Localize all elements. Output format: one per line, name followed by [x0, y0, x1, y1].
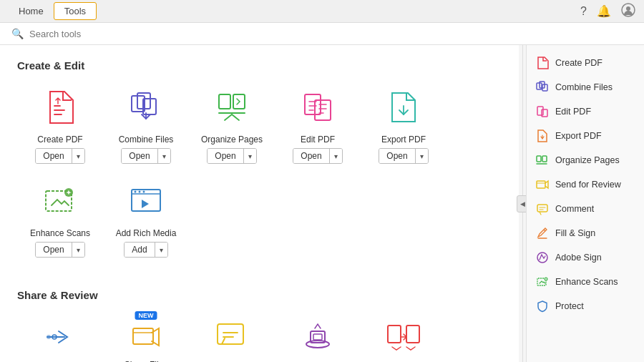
- sidebar-label-edit-pdf: Edit PDF: [555, 107, 591, 117]
- sidebar-label-comment: Comment: [555, 204, 594, 214]
- sidebar-enhance-scans-icon: [535, 275, 550, 289]
- tool-item-create-pdf: Create PDF Open ▾: [17, 84, 103, 164]
- tab-home[interactable]: Home: [9, 2, 54, 20]
- sidebar-edit-pdf-icon: [535, 104, 550, 119]
- combine-files-icon: [123, 84, 169, 130]
- svg-rect-30: [542, 156, 547, 162]
- search-icon: 🔍: [11, 28, 24, 39]
- sidebar-label-combine-files: Combine Files: [555, 82, 613, 92]
- sidebar-item-edit-pdf[interactable]: Edit PDF: [527, 99, 644, 124]
- account-icon[interactable]: [621, 3, 635, 20]
- search-input[interactable]: [29, 29, 633, 39]
- combine-files-dropdown-btn[interactable]: ▾: [157, 149, 170, 163]
- sidebar: Create PDF Combine Files Edit PDF Export…: [526, 45, 644, 362]
- create-pdf-btn-group: Open ▾: [35, 148, 84, 164]
- export-pdf-dropdown-btn[interactable]: ▾: [415, 149, 428, 163]
- combine-files-open-btn[interactable]: Open: [122, 149, 157, 163]
- sidebar-item-create-pdf[interactable]: Create PDF: [527, 51, 644, 75]
- section-title-create-edit: Create & Edit: [17, 59, 502, 72]
- edit-pdf-open-btn[interactable]: Open: [293, 149, 328, 163]
- sidebar-create-pdf-icon: [535, 56, 550, 70]
- sidebar-item-organize-pages[interactable]: Organize Pages: [527, 148, 644, 172]
- tool-item-stamp: Stamp Open ▾: [275, 314, 361, 362]
- top-nav: Home Tools ? 🔔: [0, 0, 644, 23]
- sidebar-label-fill-sign: Fill & Sign: [555, 228, 595, 238]
- organize-pages-label: Organize Pages: [201, 134, 263, 145]
- sidebar-comment-icon: [535, 202, 550, 216]
- stamp-icon: [295, 314, 341, 360]
- notifications-icon[interactable]: 🔔: [597, 4, 611, 18]
- edit-pdf-icon: [295, 84, 341, 130]
- sidebar-fill-sign-icon: [535, 226, 550, 240]
- svg-rect-8: [315, 100, 331, 120]
- sidebar-item-export-pdf[interactable]: Export PDF: [527, 124, 644, 148]
- create-pdf-open-btn[interactable]: Open: [36, 149, 71, 163]
- tool-item-share-files: NEW Share Files Share ▾: [103, 314, 189, 362]
- sidebar-item-protect[interactable]: Protect: [527, 294, 644, 318]
- svg-rect-29: [537, 156, 541, 162]
- divider-handle[interactable]: ◀: [519, 45, 526, 362]
- sidebar-label-create-pdf: Create PDF: [555, 58, 602, 68]
- tool-item-compare: Compare Open ▾: [361, 314, 447, 362]
- sidebar-item-combine-files[interactable]: Combine Files: [527, 75, 644, 99]
- svg-point-19: [306, 341, 329, 348]
- tool-item-send-files: Send Files Send ▾: [17, 314, 103, 362]
- add-rich-media-label: Add Rich Media: [116, 228, 177, 238]
- svg-rect-22: [388, 326, 401, 343]
- add-rich-media-add-btn[interactable]: Add: [125, 243, 154, 257]
- tools-grid-share-review: Send Files Send ▾ NEW: [17, 314, 502, 362]
- sidebar-item-adobe-sign[interactable]: Adobe Sign: [527, 245, 644, 270]
- sidebar-organize-pages-icon: [535, 153, 550, 167]
- sidebar-item-fill-sign[interactable]: Fill & Sign: [527, 221, 644, 245]
- sidebar-send-for-review-icon: [535, 177, 550, 192]
- enhance-scans-dropdown-btn[interactable]: ▾: [72, 243, 84, 257]
- enhance-scans-icon: [37, 178, 83, 224]
- svg-point-12: [135, 191, 137, 193]
- svg-point-13: [139, 191, 141, 193]
- svg-point-1: [626, 6, 630, 11]
- comment-icon: [209, 314, 255, 360]
- tab-tools[interactable]: Tools: [54, 2, 97, 20]
- edit-pdf-btn-group: Open ▾: [293, 148, 342, 164]
- help-icon[interactable]: ?: [580, 5, 587, 18]
- add-rich-media-icon: [123, 178, 169, 224]
- svg-point-15: [47, 335, 51, 339]
- tool-item-organize-pages: Organize Pages Open ▾: [189, 84, 275, 164]
- export-pdf-icon: [381, 84, 426, 130]
- svg-point-14: [143, 191, 145, 193]
- sidebar-item-send-for-review[interactable]: Send for Review: [527, 172, 644, 197]
- export-pdf-open-btn[interactable]: Open: [379, 149, 414, 163]
- combine-files-btn-group: Open ▾: [121, 148, 170, 164]
- svg-rect-32: [537, 205, 547, 212]
- sidebar-item-comment[interactable]: Comment: [527, 197, 644, 221]
- content-area: Create & Edit Create PDF Open: [0, 45, 519, 362]
- nav-tabs: Home Tools: [9, 2, 97, 20]
- section-create-edit: Create & Edit Create PDF Open: [17, 59, 502, 272]
- share-files-icon-wrapper: NEW: [123, 314, 169, 360]
- sidebar-combine-files-icon: [535, 80, 550, 94]
- enhance-scans-open-btn[interactable]: Open: [36, 243, 71, 257]
- sidebar-label-organize-pages: Organize Pages: [555, 155, 620, 165]
- svg-rect-27: [537, 107, 543, 115]
- tool-item-comment: Comment Open ▾: [189, 314, 275, 362]
- organize-pages-btn-group: Open ▾: [207, 148, 256, 164]
- sidebar-protect-icon: [535, 299, 550, 313]
- new-badge: NEW: [135, 311, 157, 320]
- enhance-scans-btn-group: Open ▾: [35, 242, 84, 258]
- organize-pages-open-btn[interactable]: Open: [208, 149, 243, 163]
- nav-icons: ? 🔔: [580, 3, 635, 20]
- tool-item-export-pdf: Export PDF Open ▾: [361, 84, 447, 164]
- sidebar-label-send-for-review: Send for Review: [555, 180, 621, 190]
- svg-rect-31: [537, 181, 545, 188]
- tool-item-add-rich-media: Add Rich Media Add ▾: [103, 178, 189, 258]
- sidebar-item-enhance-scans[interactable]: Enhance Scans: [527, 270, 644, 294]
- sidebar-label-adobe-sign: Adobe Sign: [555, 253, 602, 263]
- create-pdf-dropdown-btn[interactable]: ▾: [72, 149, 84, 163]
- organize-pages-dropdown-btn[interactable]: ▾: [243, 149, 256, 163]
- sidebar-export-pdf-icon: [535, 129, 550, 143]
- add-rich-media-dropdown-btn[interactable]: ▾: [155, 243, 167, 257]
- sidebar-label-enhance-scans: Enhance Scans: [555, 277, 618, 287]
- edit-pdf-dropdown-btn[interactable]: ▾: [329, 149, 342, 163]
- section-title-share-review: Share & Review: [17, 289, 502, 301]
- svg-rect-11: [132, 190, 160, 211]
